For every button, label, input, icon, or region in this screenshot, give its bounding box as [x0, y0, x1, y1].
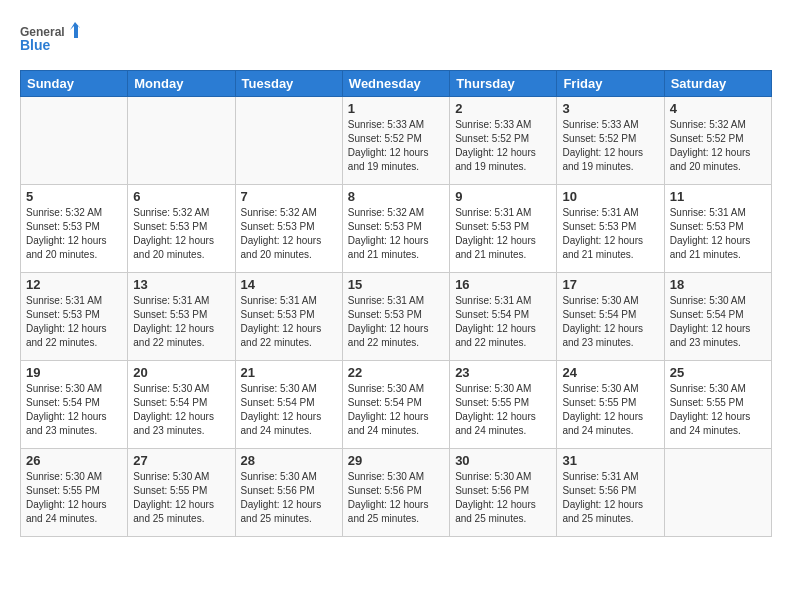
day-info: Sunrise: 5:31 AM Sunset: 5:56 PM Dayligh…: [562, 470, 658, 526]
header: General Blue: [20, 20, 772, 60]
day-number: 24: [562, 365, 658, 380]
day-header-sunday: Sunday: [21, 71, 128, 97]
calendar-week-row: 26Sunrise: 5:30 AM Sunset: 5:55 PM Dayli…: [21, 449, 772, 537]
calendar-day-7: 7Sunrise: 5:32 AM Sunset: 5:53 PM Daylig…: [235, 185, 342, 273]
day-info: Sunrise: 5:30 AM Sunset: 5:54 PM Dayligh…: [241, 382, 337, 438]
calendar-empty-cell: [128, 97, 235, 185]
calendar-day-23: 23Sunrise: 5:30 AM Sunset: 5:55 PM Dayli…: [450, 361, 557, 449]
day-number: 23: [455, 365, 551, 380]
day-number: 20: [133, 365, 229, 380]
calendar-day-9: 9Sunrise: 5:31 AM Sunset: 5:53 PM Daylig…: [450, 185, 557, 273]
day-number: 16: [455, 277, 551, 292]
day-number: 30: [455, 453, 551, 468]
day-number: 11: [670, 189, 766, 204]
calendar-day-31: 31Sunrise: 5:31 AM Sunset: 5:56 PM Dayli…: [557, 449, 664, 537]
day-number: 4: [670, 101, 766, 116]
calendar-day-14: 14Sunrise: 5:31 AM Sunset: 5:53 PM Dayli…: [235, 273, 342, 361]
day-header-saturday: Saturday: [664, 71, 771, 97]
day-info: Sunrise: 5:30 AM Sunset: 5:55 PM Dayligh…: [26, 470, 122, 526]
day-info: Sunrise: 5:30 AM Sunset: 5:54 PM Dayligh…: [348, 382, 444, 438]
day-number: 18: [670, 277, 766, 292]
day-info: Sunrise: 5:30 AM Sunset: 5:54 PM Dayligh…: [670, 294, 766, 350]
day-info: Sunrise: 5:30 AM Sunset: 5:54 PM Dayligh…: [26, 382, 122, 438]
day-info: Sunrise: 5:30 AM Sunset: 5:56 PM Dayligh…: [241, 470, 337, 526]
calendar-day-28: 28Sunrise: 5:30 AM Sunset: 5:56 PM Dayli…: [235, 449, 342, 537]
day-number: 26: [26, 453, 122, 468]
calendar-day-12: 12Sunrise: 5:31 AM Sunset: 5:53 PM Dayli…: [21, 273, 128, 361]
calendar-day-29: 29Sunrise: 5:30 AM Sunset: 5:56 PM Dayli…: [342, 449, 449, 537]
day-info: Sunrise: 5:31 AM Sunset: 5:53 PM Dayligh…: [241, 294, 337, 350]
day-info: Sunrise: 5:33 AM Sunset: 5:52 PM Dayligh…: [455, 118, 551, 174]
calendar-day-15: 15Sunrise: 5:31 AM Sunset: 5:53 PM Dayli…: [342, 273, 449, 361]
day-info: Sunrise: 5:32 AM Sunset: 5:53 PM Dayligh…: [133, 206, 229, 262]
day-number: 22: [348, 365, 444, 380]
logo-svg: General Blue: [20, 20, 80, 60]
calendar-day-2: 2Sunrise: 5:33 AM Sunset: 5:52 PM Daylig…: [450, 97, 557, 185]
calendar-day-6: 6Sunrise: 5:32 AM Sunset: 5:53 PM Daylig…: [128, 185, 235, 273]
day-info: Sunrise: 5:32 AM Sunset: 5:52 PM Dayligh…: [670, 118, 766, 174]
day-number: 10: [562, 189, 658, 204]
day-header-wednesday: Wednesday: [342, 71, 449, 97]
day-info: Sunrise: 5:31 AM Sunset: 5:53 PM Dayligh…: [26, 294, 122, 350]
calendar-week-row: 1Sunrise: 5:33 AM Sunset: 5:52 PM Daylig…: [21, 97, 772, 185]
day-number: 17: [562, 277, 658, 292]
day-info: Sunrise: 5:31 AM Sunset: 5:54 PM Dayligh…: [455, 294, 551, 350]
day-info: Sunrise: 5:31 AM Sunset: 5:53 PM Dayligh…: [133, 294, 229, 350]
day-number: 29: [348, 453, 444, 468]
calendar-day-5: 5Sunrise: 5:32 AM Sunset: 5:53 PM Daylig…: [21, 185, 128, 273]
calendar-day-25: 25Sunrise: 5:30 AM Sunset: 5:55 PM Dayli…: [664, 361, 771, 449]
day-info: Sunrise: 5:30 AM Sunset: 5:56 PM Dayligh…: [348, 470, 444, 526]
calendar-day-3: 3Sunrise: 5:33 AM Sunset: 5:52 PM Daylig…: [557, 97, 664, 185]
day-number: 8: [348, 189, 444, 204]
day-number: 21: [241, 365, 337, 380]
day-number: 3: [562, 101, 658, 116]
day-number: 9: [455, 189, 551, 204]
day-number: 1: [348, 101, 444, 116]
calendar-day-19: 19Sunrise: 5:30 AM Sunset: 5:54 PM Dayli…: [21, 361, 128, 449]
calendar-empty-cell: [235, 97, 342, 185]
day-info: Sunrise: 5:30 AM Sunset: 5:55 PM Dayligh…: [562, 382, 658, 438]
day-info: Sunrise: 5:31 AM Sunset: 5:53 PM Dayligh…: [670, 206, 766, 262]
calendar-table: SundayMondayTuesdayWednesdayThursdayFrid…: [20, 70, 772, 537]
day-number: 2: [455, 101, 551, 116]
day-header-monday: Monday: [128, 71, 235, 97]
calendar-day-18: 18Sunrise: 5:30 AM Sunset: 5:54 PM Dayli…: [664, 273, 771, 361]
day-number: 15: [348, 277, 444, 292]
day-number: 13: [133, 277, 229, 292]
calendar-week-row: 5Sunrise: 5:32 AM Sunset: 5:53 PM Daylig…: [21, 185, 772, 273]
day-number: 25: [670, 365, 766, 380]
calendar-day-30: 30Sunrise: 5:30 AM Sunset: 5:56 PM Dayli…: [450, 449, 557, 537]
calendar-day-1: 1Sunrise: 5:33 AM Sunset: 5:52 PM Daylig…: [342, 97, 449, 185]
calendar-day-22: 22Sunrise: 5:30 AM Sunset: 5:54 PM Dayli…: [342, 361, 449, 449]
calendar-day-21: 21Sunrise: 5:30 AM Sunset: 5:54 PM Dayli…: [235, 361, 342, 449]
calendar-day-20: 20Sunrise: 5:30 AM Sunset: 5:54 PM Dayli…: [128, 361, 235, 449]
day-number: 14: [241, 277, 337, 292]
day-info: Sunrise: 5:32 AM Sunset: 5:53 PM Dayligh…: [241, 206, 337, 262]
day-number: 5: [26, 189, 122, 204]
day-header-thursday: Thursday: [450, 71, 557, 97]
day-info: Sunrise: 5:31 AM Sunset: 5:53 PM Dayligh…: [455, 206, 551, 262]
day-info: Sunrise: 5:31 AM Sunset: 5:53 PM Dayligh…: [348, 294, 444, 350]
day-number: 28: [241, 453, 337, 468]
calendar-week-row: 19Sunrise: 5:30 AM Sunset: 5:54 PM Dayli…: [21, 361, 772, 449]
day-info: Sunrise: 5:30 AM Sunset: 5:56 PM Dayligh…: [455, 470, 551, 526]
day-header-friday: Friday: [557, 71, 664, 97]
day-info: Sunrise: 5:30 AM Sunset: 5:54 PM Dayligh…: [562, 294, 658, 350]
calendar-day-16: 16Sunrise: 5:31 AM Sunset: 5:54 PM Dayli…: [450, 273, 557, 361]
day-info: Sunrise: 5:32 AM Sunset: 5:53 PM Dayligh…: [26, 206, 122, 262]
day-info: Sunrise: 5:30 AM Sunset: 5:55 PM Dayligh…: [133, 470, 229, 526]
logo: General Blue: [20, 20, 80, 60]
calendar-day-13: 13Sunrise: 5:31 AM Sunset: 5:53 PM Dayli…: [128, 273, 235, 361]
calendar-day-10: 10Sunrise: 5:31 AM Sunset: 5:53 PM Dayli…: [557, 185, 664, 273]
svg-text:Blue: Blue: [20, 37, 51, 53]
calendar-day-11: 11Sunrise: 5:31 AM Sunset: 5:53 PM Dayli…: [664, 185, 771, 273]
calendar-day-8: 8Sunrise: 5:32 AM Sunset: 5:53 PM Daylig…: [342, 185, 449, 273]
day-info: Sunrise: 5:30 AM Sunset: 5:55 PM Dayligh…: [455, 382, 551, 438]
day-header-tuesday: Tuesday: [235, 71, 342, 97]
day-number: 31: [562, 453, 658, 468]
calendar-header-row: SundayMondayTuesdayWednesdayThursdayFrid…: [21, 71, 772, 97]
calendar-week-row: 12Sunrise: 5:31 AM Sunset: 5:53 PM Dayli…: [21, 273, 772, 361]
day-number: 19: [26, 365, 122, 380]
calendar-day-27: 27Sunrise: 5:30 AM Sunset: 5:55 PM Dayli…: [128, 449, 235, 537]
day-number: 6: [133, 189, 229, 204]
